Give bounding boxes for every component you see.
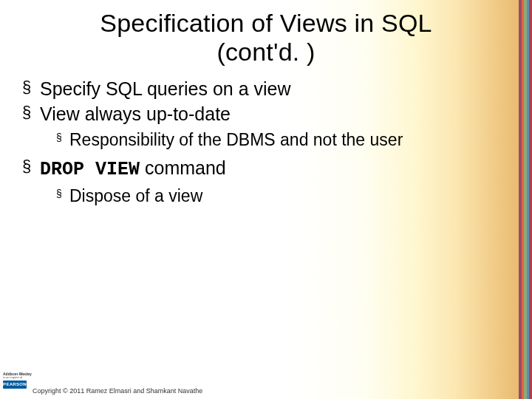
slide-body: Specify SQL queries on a view View alway… [0, 77, 532, 208]
copyright-text: Copyright © 2011 Ramez Elmasri and Shamk… [33, 375, 532, 395]
sub-bullet-text: Responsibility of the DBMS and not the u… [69, 130, 403, 149]
bullet-text: View always up-to-date [40, 103, 231, 124]
sub-bullet-text: Dispose of a view [69, 186, 202, 205]
bullet-item: Specify SQL queries on a view [22, 77, 507, 100]
bullet-item: DROP VIEW command Dispose of a view [22, 156, 507, 208]
sub-bullet-list: Dispose of a view [40, 185, 507, 208]
bullet-item: View always up-to-date Responsibility of… [22, 102, 507, 151]
slide-title: Specification of Views in SQL (cont'd. ) [0, 0, 532, 77]
slide-footer: Copyright © 2011 Ramez Elmasri and Shamk… [0, 375, 532, 395]
bullet-list: Specify SQL queries on a view View alway… [22, 77, 507, 208]
title-line-2: (cont'd. ) [216, 38, 315, 66]
bullet-text: command [140, 157, 226, 178]
code-text: DROP VIEW [40, 159, 140, 180]
slide: Specification of Views in SQL (cont'd. )… [0, 0, 532, 399]
sub-bullet-list: Responsibility of the DBMS and not the u… [40, 129, 507, 151]
bullet-text: Specify SQL queries on a view [40, 78, 291, 99]
sub-bullet-item: Dispose of a view [40, 185, 507, 208]
title-line-1: Specification of Views in SQL [100, 9, 432, 37]
stripe [529, 0, 532, 399]
sub-bullet-item: Responsibility of the DBMS and not the u… [40, 129, 507, 151]
decorative-stripes [519, 0, 532, 399]
